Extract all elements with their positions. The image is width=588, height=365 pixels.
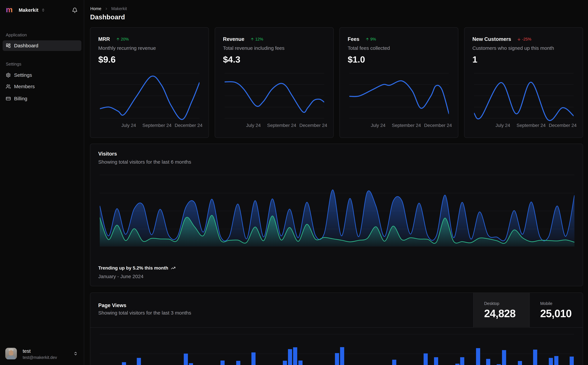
svg-text:m: m	[6, 6, 13, 14]
